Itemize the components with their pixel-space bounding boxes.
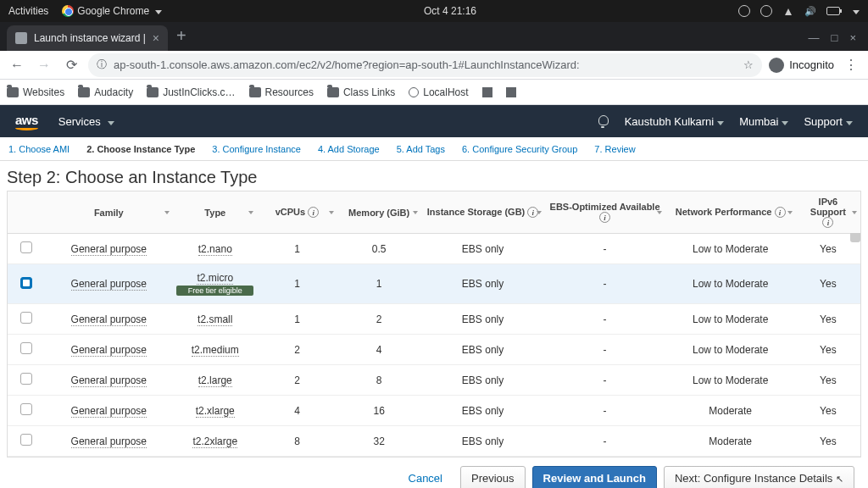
cancel-button[interactable]: Cancel: [398, 466, 453, 488]
reload-button[interactable]: ⟳: [61, 55, 81, 75]
table-row[interactable]: General purposet2.xlarge416EBS only-Mode…: [8, 396, 860, 426]
clock[interactable]: Oct 4 21:16: [162, 5, 738, 17]
bookmark-item[interactable]: [482, 87, 492, 97]
table-row[interactable]: General purposet2.medium24EBS only-Low t…: [8, 335, 860, 365]
site-info-icon[interactable]: ⓘ: [97, 58, 107, 72]
browser-tab-strip: Launch instance wizard | × + — □ ×: [0, 22, 868, 51]
tray-icon-2[interactable]: [760, 5, 772, 17]
row-checkbox[interactable]: [20, 403, 32, 415]
next-button[interactable]: Next: Configure Instance Details ↖: [664, 466, 854, 488]
wizard-step-6[interactable]: 6. Configure Security Group: [462, 144, 577, 154]
window-close-icon[interactable]: ×: [849, 31, 856, 44]
info-icon[interactable]: i: [599, 212, 610, 223]
free-tier-badge: Free tier eligible: [176, 286, 253, 296]
window-maximize-icon[interactable]: □: [832, 31, 838, 44]
row-checkbox[interactable]: [20, 312, 32, 324]
vcpus-cell: 8: [257, 426, 337, 457]
system-menu-chevron[interactable]: [850, 5, 860, 17]
info-icon[interactable]: i: [775, 207, 786, 218]
col-vcpus[interactable]: vCPUs i: [257, 191, 337, 234]
col-network[interactable]: Network Performance i: [665, 191, 796, 234]
wizard-step-2[interactable]: 2. Choose Instance Type: [86, 139, 195, 159]
aws-logo[interactable]: aws: [15, 113, 38, 130]
active-app-menu[interactable]: Google Chrome: [62, 5, 162, 17]
col-type[interactable]: Type: [173, 191, 257, 234]
instance-type-table-wrap: Family Type vCPUs i Memory (GiB) Instanc…: [7, 191, 861, 458]
next-button-label: Next: Configure Instance Details: [675, 472, 832, 485]
browser-menu-button[interactable]: ⋮: [841, 57, 861, 73]
bookmark-item[interactable]: [506, 87, 516, 97]
support-menu[interactable]: Support: [804, 115, 853, 128]
type-cell: t2.xlarge: [196, 405, 235, 418]
col-ebs[interactable]: EBS-Optimized Availablei: [545, 191, 665, 234]
site-icon: [506, 87, 516, 97]
wizard-step-7[interactable]: 7. Review: [594, 144, 635, 154]
activities-button[interactable]: Activities: [8, 5, 48, 17]
storage-cell: EBS only: [421, 365, 545, 396]
table-row[interactable]: General purposet2.nano10.5EBS only-Low t…: [8, 234, 860, 264]
col-ipv6[interactable]: IPv6Supporti: [796, 191, 860, 234]
table-row[interactable]: General purposet2.2xlarge832EBS only-Mod…: [8, 426, 860, 457]
table-row[interactable]: General purposet2.small12EBS only-Low to…: [8, 304, 860, 335]
row-checkbox[interactable]: [20, 241, 32, 253]
bookmark-item[interactable]: JustInClicks.c…: [147, 86, 235, 98]
forward-button[interactable]: →: [34, 55, 54, 75]
wizard-step-1[interactable]: 1. Choose AMI: [8, 144, 70, 154]
table-row[interactable]: General purposet2.microFree tier eligibl…: [8, 264, 860, 304]
bookmark-item[interactable]: Class Links: [327, 86, 395, 98]
aws-console-header: aws Services Kaustubh Kulkarni Mumbai Su…: [0, 105, 868, 137]
region-menu[interactable]: Mumbai: [739, 115, 788, 128]
bookmark-item[interactable]: Resources: [249, 86, 314, 98]
family-cell: General purpose: [71, 344, 147, 357]
tab-close-icon[interactable]: ×: [153, 32, 159, 44]
memory-cell: 4: [337, 335, 421, 365]
ipv6-cell: Yes: [796, 426, 860, 457]
family-cell: General purpose: [71, 313, 147, 326]
instance-type-table: Family Type vCPUs i Memory (GiB) Instanc…: [8, 191, 860, 457]
memory-cell: 32: [337, 426, 421, 457]
wifi-icon[interactable]: [782, 5, 794, 17]
wizard-step-4[interactable]: 4. Add Storage: [318, 144, 380, 154]
tab-title: Launch instance wizard |: [34, 32, 146, 44]
row-checkbox[interactable]: [20, 373, 32, 385]
storage-cell: EBS only: [421, 335, 545, 365]
row-checkbox[interactable]: [20, 434, 32, 446]
col-select: [8, 191, 44, 234]
new-tab-button[interactable]: +: [168, 26, 195, 51]
bookmark-item[interactable]: LocalHost: [409, 86, 468, 98]
network-cell: Low to Moderate: [665, 304, 796, 335]
bookmark-star-icon[interactable]: ☆: [743, 58, 754, 71]
family-cell: General purpose: [71, 435, 147, 448]
bookmark-item[interactable]: Audacity: [78, 86, 133, 98]
col-memory[interactable]: Memory (GiB): [337, 191, 421, 234]
account-menu[interactable]: Kaustubh Kulkarni: [625, 115, 725, 128]
wizard-step-3[interactable]: 3. Configure Instance: [212, 144, 301, 154]
bookmark-item[interactable]: Websites: [7, 86, 64, 98]
table-row[interactable]: General purposet2.large28EBS only-Low to…: [8, 365, 860, 396]
notifications-icon[interactable]: [596, 114, 609, 128]
address-bar[interactable]: ⓘ ap-south-1.console.aws.amazon.com/ec2/…: [88, 53, 762, 77]
page-title: Step 2: Choose an Instance Type: [7, 168, 861, 187]
window-minimize-icon[interactable]: —: [809, 31, 820, 44]
family-cell: General purpose: [71, 278, 147, 291]
ebs-cell: -: [545, 264, 665, 304]
incognito-indicator[interactable]: Incognito: [769, 58, 834, 73]
globe-icon: [409, 87, 419, 97]
col-storage[interactable]: Instance Storage (GB) i: [421, 191, 545, 234]
browser-tab[interactable]: Launch instance wizard | ×: [7, 25, 168, 51]
wizard-step-5[interactable]: 5. Add Tags: [397, 144, 445, 154]
review-and-launch-button[interactable]: Review and Launch: [532, 466, 657, 488]
info-icon[interactable]: i: [308, 207, 319, 218]
row-checkbox[interactable]: [20, 342, 32, 354]
network-cell: Low to Moderate: [665, 264, 796, 304]
row-checkbox[interactable]: [20, 277, 32, 289]
back-button[interactable]: ←: [7, 55, 27, 75]
wizard-footer: Cancel Previous Review and Launch Next: …: [7, 458, 861, 488]
info-icon[interactable]: i: [822, 217, 833, 228]
volume-icon[interactable]: [804, 5, 816, 17]
battery-icon[interactable]: [826, 7, 840, 15]
previous-button[interactable]: Previous: [460, 466, 526, 488]
services-menu[interactable]: Services: [58, 115, 114, 128]
tray-icon-1[interactable]: [738, 5, 750, 17]
col-family[interactable]: Family: [44, 191, 173, 234]
